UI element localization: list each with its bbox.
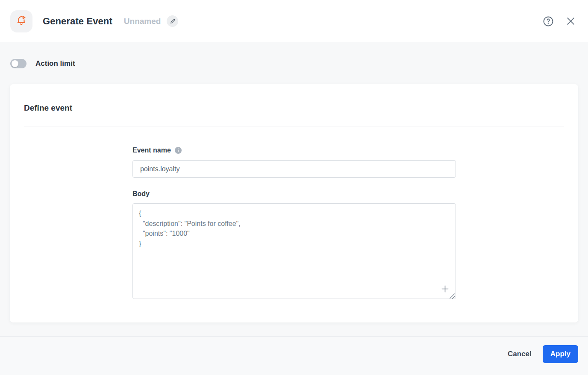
resize-corner-icon[interactable] xyxy=(449,293,456,299)
add-parameter-button[interactable] xyxy=(441,285,449,293)
pencil-icon xyxy=(170,19,175,24)
header-right-group xyxy=(543,16,575,27)
info-circle-icon[interactable] xyxy=(175,147,182,154)
help-button[interactable] xyxy=(543,16,554,27)
edit-name-button[interactable] xyxy=(167,15,178,27)
bell-play-icon xyxy=(15,15,28,28)
x-icon xyxy=(566,17,575,26)
header-left-group: Generate Event Unnamed xyxy=(10,10,178,32)
body-textarea[interactable]: { "description": "Points for coffee", "p… xyxy=(132,203,456,299)
action-limit-toggle[interactable] xyxy=(10,59,26,68)
card-title: Define event xyxy=(24,103,564,113)
page-title: Generate Event xyxy=(43,16,112,27)
card-divider xyxy=(24,126,564,126)
event-name-label: Event name xyxy=(132,146,171,154)
action-limit-row: Action limit xyxy=(10,59,588,68)
action-limit-label: Action limit xyxy=(35,59,75,68)
body-label: Body xyxy=(132,190,150,198)
app-icon-tile xyxy=(10,10,32,32)
modal-footer: Cancel Apply xyxy=(0,336,588,375)
apply-button[interactable]: Apply xyxy=(543,345,578,363)
instance-name: Unnamed xyxy=(124,17,161,26)
close-button[interactable] xyxy=(566,17,575,26)
body-editor: { "description": "Points for coffee", "p… xyxy=(132,203,456,299)
event-name-label-row: Event name xyxy=(132,146,456,154)
body-label-row: Body xyxy=(132,190,456,198)
plus-icon xyxy=(441,285,449,293)
cancel-button[interactable]: Cancel xyxy=(502,345,537,363)
define-event-card: Define event Event name Body { "descript… xyxy=(10,84,578,322)
question-circle-icon xyxy=(543,16,554,27)
event-form: Event name Body { "description": "Points… xyxy=(132,146,456,299)
toggle-knob xyxy=(12,60,18,67)
event-name-input[interactable] xyxy=(132,160,456,178)
modal-header: Generate Event Unnamed xyxy=(0,0,588,42)
